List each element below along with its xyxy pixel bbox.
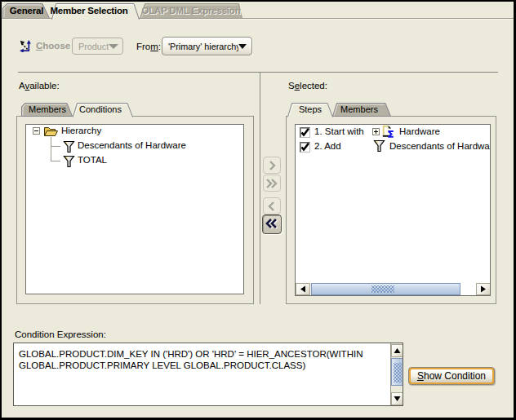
swap-dimension-axes-icon: [20, 40, 32, 52]
tab-available-members[interactable]: Members: [22, 104, 73, 114]
window-border-left: [0, 0, 2, 420]
double-chevron-right-icon: [265, 178, 279, 189]
panel-separator: [260, 72, 260, 304]
show-condition-button[interactable]: Show Condition: [408, 367, 495, 385]
chevron-down-icon: [109, 44, 118, 49]
window-border-top: [0, 0, 516, 2]
step-2-member: Descendants of Hardware: [389, 141, 491, 151]
conditions-tree[interactable]: Hierarchy Descendants of Hardware TOTAL: [25, 124, 244, 294]
scroll-left-button[interactable]: [296, 283, 310, 295]
check-icon: [300, 127, 311, 138]
toolbar-separator: [18, 72, 498, 73]
condition-filter-icon: [373, 139, 385, 153]
chevron-left-icon: [265, 201, 278, 212]
tab-available-conditions[interactable]: Conditions: [72, 104, 129, 114]
member-sigma-icon: [382, 125, 397, 139]
condition-filter-icon: [63, 155, 75, 168]
tab-olap-dml-expression[interactable]: OLAP DML Expression: [141, 6, 241, 15]
move-right-button[interactable]: [263, 157, 281, 174]
move-left-button[interactable]: [263, 197, 281, 214]
tree-lines: [51, 146, 60, 147]
steps-list[interactable]: 1. Start with Hardware 2. Add Descendant…: [295, 124, 491, 296]
scroll-down-button[interactable]: [391, 392, 403, 405]
triangle-down-icon: [394, 396, 401, 402]
collapse-expander-icon[interactable]: [33, 127, 40, 135]
step-1-checkbox[interactable]: [300, 127, 310, 138]
scroll-up-button[interactable]: [391, 344, 403, 357]
tree-node-hierarchy[interactable]: Hierarchy: [61, 126, 101, 135]
tree-node-descendants[interactable]: Descendants of Hardware: [78, 140, 186, 150]
move-all-right-button[interactable]: [263, 175, 281, 192]
move-all-left-button[interactable]: [262, 214, 282, 234]
step-1-label: 1. Start with: [314, 126, 364, 136]
condition-filter-icon: [63, 140, 75, 153]
from-label: From:: [136, 42, 161, 51]
step-2-label: 2. Add: [314, 141, 341, 151]
triangle-right-icon: [480, 285, 487, 293]
expression-line-2: GLOBAL.PRODUCT.PRIMARY LEVEL GLOBAL.PROD…: [19, 360, 305, 371]
tab-selected-members[interactable]: Members: [332, 104, 386, 114]
open-folder-icon: [43, 125, 59, 138]
dimension-dropdown[interactable]: Product: [72, 38, 123, 55]
chevron-down-icon: [238, 44, 247, 49]
member-selection-dialog: General Member Selection OLAP DML Expres…: [0, 0, 516, 420]
triangle-left-icon: [300, 285, 306, 293]
tab-member-selection[interactable]: Member Selection: [49, 6, 129, 15]
tab-selected-steps[interactable]: Steps: [291, 104, 330, 114]
condition-expression-textarea[interactable]: GLOBAL.PRODUCT.DIM_KEY IN ('HRD') OR 'HR…: [13, 343, 403, 406]
tree-lines: [51, 161, 60, 161]
step-2-checkbox[interactable]: [300, 142, 310, 153]
double-chevron-left-icon: [264, 218, 280, 231]
condition-expression-label: Condition Expression:: [15, 329, 106, 339]
choose-label: Choose: [36, 41, 70, 51]
scroll-right-button[interactable]: [476, 283, 491, 295]
chevron-right-icon: [265, 160, 278, 171]
step-1-member: Hardware: [399, 126, 440, 136]
hierarchy-dropdown[interactable]: 'Primary' hierarchy: [162, 37, 252, 55]
selected-label: Selected:: [288, 81, 327, 91]
tree-lines: [51, 137, 51, 161]
expression-line-1: GLOBAL.PRODUCT.DIM_KEY IN ('HRD') OR 'HR…: [19, 348, 363, 360]
check-icon: [300, 142, 311, 153]
triangle-up-icon: [394, 347, 401, 354]
v-scroll-thumb[interactable]: [391, 358, 403, 386]
h-scroll-thumb[interactable]: [311, 283, 460, 295]
expand-expander-icon[interactable]: [372, 128, 380, 135]
tree-node-total[interactable]: TOTAL: [78, 155, 107, 165]
tab-general[interactable]: General: [3, 6, 50, 15]
available-label: Available:: [19, 81, 60, 91]
